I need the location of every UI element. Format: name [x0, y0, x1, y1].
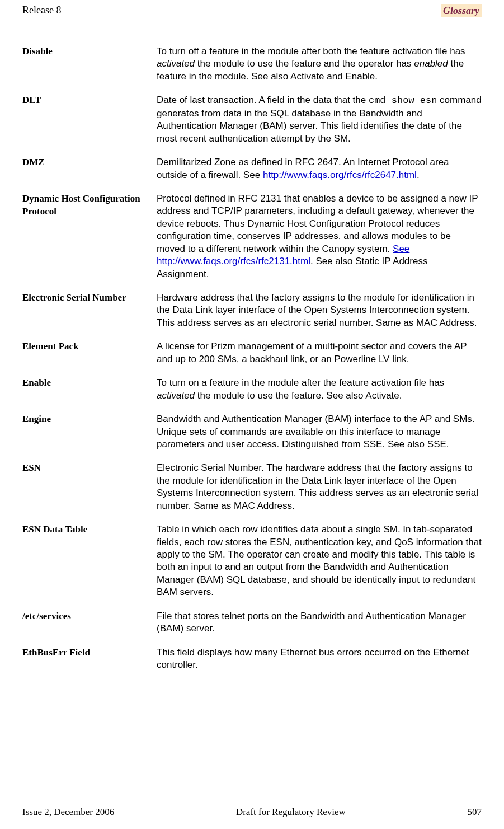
- glossary-term: DMZ: [22, 156, 157, 169]
- glossary-definition: To turn on a feature in the module after…: [157, 377, 482, 402]
- glossary-definition: Protocol defined in RFC 2131 that enable…: [157, 193, 482, 280]
- page-footer: Issue 2, December 2006 Draft for Regulat…: [22, 807, 482, 818]
- glossary-term: /etc/services: [22, 610, 157, 623]
- glossary-entry: Element PackA license for Prizm manageme…: [22, 340, 482, 366]
- glossary-term: ESN: [22, 462, 157, 475]
- rfc2647-link[interactable]: http://www.faqs.org/rfcs/rfc2647.html: [263, 170, 417, 180]
- glossary-definition: This field displays how many Ethernet bu…: [157, 647, 482, 672]
- glossary-entry: ESNElectronic Serial Number. The hardwar…: [22, 462, 482, 512]
- glossary-definition: File that stores telnet ports on the Ban…: [157, 610, 482, 635]
- glossary-term: Engine: [22, 413, 157, 426]
- footer-right: 507: [467, 807, 482, 818]
- glossary-definition: Bandwidth and Authentication Manager (BA…: [157, 413, 482, 451]
- glossary-entry: DisableTo turn off a feature in the modu…: [22, 45, 482, 83]
- glossary-term: Enable: [22, 377, 157, 390]
- glossary-entry: EthBusErr FieldThis field displays how m…: [22, 647, 482, 672]
- glossary-term: Disable: [22, 45, 157, 58]
- glossary-definition: Date of last transaction. A field in the…: [157, 94, 482, 145]
- glossary-entry: Dynamic Host Configuration ProtocolProto…: [22, 193, 482, 280]
- footer-left: Issue 2, December 2006: [22, 807, 114, 818]
- glossary-entry: EnableTo turn on a feature in the module…: [22, 377, 482, 402]
- glossary-definition: Hardware address that the factory assign…: [157, 292, 482, 329]
- release-label: Release 8: [22, 4, 61, 16]
- glossary-term: DLT: [22, 94, 157, 107]
- glossary-entry: /etc/servicesFile that stores telnet por…: [22, 610, 482, 635]
- page-header: Release 8 Glossary: [22, 4, 482, 17]
- glossary-definition: Table in which each row identifies data …: [157, 523, 482, 599]
- glossary-term: Electronic Serial Number: [22, 292, 157, 305]
- glossary-term: Element Pack: [22, 340, 157, 353]
- rfc2131-link[interactable]: See http://www.faqs.org/rfcs/rfc2131.htm…: [157, 243, 409, 266]
- glossary-term: EthBusErr Field: [22, 647, 157, 659]
- footer-center: Draft for Regulatory Review: [236, 807, 346, 818]
- section-label: Glossary: [441, 4, 482, 17]
- glossary-entry: DLTDate of last transaction. A field in …: [22, 94, 482, 145]
- glossary-term: Dynamic Host Configuration Protocol: [22, 193, 157, 218]
- glossary-entry: Electronic Serial NumberHardware address…: [22, 292, 482, 329]
- glossary-definition: A license for Prizm management of a mult…: [157, 340, 482, 366]
- glossary-entry: DMZDemilitarized Zone as defined in RFC …: [22, 156, 482, 181]
- glossary-definition: Electronic Serial Number. The hardware a…: [157, 462, 482, 512]
- glossary-term: ESN Data Table: [22, 523, 157, 536]
- glossary-definition: Demilitarized Zone as defined in RFC 264…: [157, 156, 482, 181]
- glossary-entries: DisableTo turn off a feature in the modu…: [22, 45, 482, 790]
- glossary-entry: EngineBandwidth and Authentication Manag…: [22, 413, 482, 451]
- glossary-entry: ESN Data TableTable in which each row id…: [22, 523, 482, 599]
- glossary-definition: To turn off a feature in the module afte…: [157, 45, 482, 83]
